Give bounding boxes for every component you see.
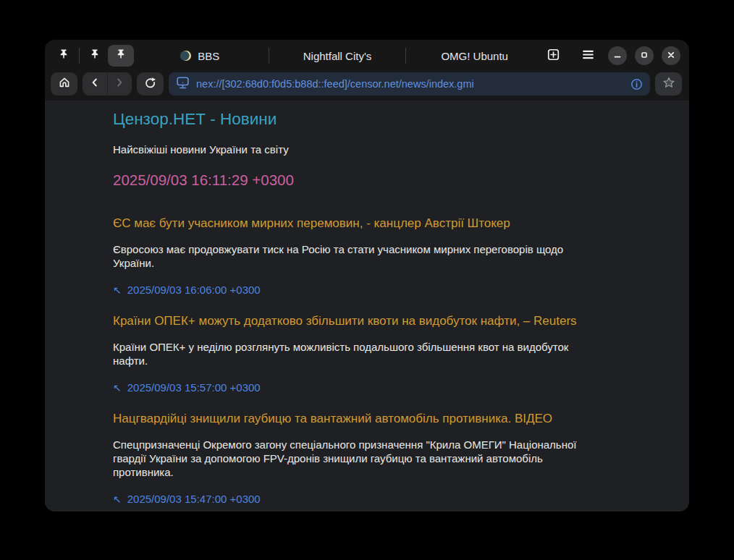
article-timestamp-link[interactable]: ↖ 2025/09/03 15:47:00 +0300	[113, 493, 624, 505]
article-summary: Спецпризначенці Окремого загону спеціаль…	[113, 438, 602, 479]
article-timestamp: 2025/09/03 16:06:00 +0300	[127, 284, 261, 296]
pushpin-icon	[115, 48, 127, 63]
back-button[interactable]	[83, 72, 107, 96]
reload-button[interactable]	[137, 72, 164, 96]
forward-button[interactable]	[107, 72, 132, 96]
url-bar[interactable]: nex://[302:68d0:f0d5:b88d::feed]/censor.…	[169, 72, 650, 96]
close-icon	[667, 49, 675, 62]
article-summary: Країни ОПЕК+ у неділю розглянуть можливі…	[113, 341, 602, 368]
page-title: Цензор.НЕТ - Новини	[113, 110, 624, 129]
tab-label: Nightfall City's	[303, 50, 372, 62]
news-article: ЄС має бути учасником мирних перемовин, …	[113, 216, 624, 296]
tab-label: OMG! Ubuntu	[441, 50, 508, 62]
navigation-bar: nex://[302:68d0:f0d5:b88d::feed]/censor.…	[45, 72, 689, 101]
link-arrow-icon: ↖	[113, 383, 122, 393]
tabbar-divider	[79, 48, 80, 64]
page-info-button[interactable]	[630, 78, 643, 90]
home-icon	[58, 76, 71, 92]
home-button[interactable]	[51, 72, 77, 96]
pushpin-icon	[58, 48, 69, 63]
url-text[interactable]: nex://[302:68d0:f0d5:b88d::feed]/censor.…	[196, 78, 624, 90]
article-timestamp: 2025/09/03 15:57:00 +0300	[127, 381, 261, 394]
reload-icon	[143, 76, 157, 93]
minimize-button[interactable]	[608, 46, 627, 65]
article-timestamp-link[interactable]: ↖ 2025/09/03 15:57:00 +0300	[113, 381, 624, 394]
terminal-icon	[176, 76, 190, 93]
tab-bbs[interactable]: BBS	[134, 40, 266, 72]
tabbar-divider	[269, 48, 269, 64]
maximize-button[interactable]	[635, 46, 654, 65]
new-tab-icon	[547, 48, 560, 64]
link-arrow-icon: ↖	[113, 285, 122, 295]
pinned-tab-3-active[interactable]	[108, 45, 134, 67]
article-summary: Євросоюз має продовжувати тиск на Росію …	[113, 243, 602, 270]
desktop-background: { "tabbar": { "pinned_tabs": [ { "icon":…	[0, 0, 734, 560]
star-icon	[662, 76, 675, 92]
tab-nightfall-citys[interactable]: Nightfall City's	[271, 40, 404, 72]
new-tab-button[interactable]	[541, 45, 565, 67]
browser-window: BBS Nightfall City's OMG! Ubuntu	[45, 40, 689, 512]
link-arrow-icon: ↖	[113, 494, 122, 504]
tab-strip: BBS Nightfall City's OMG! Ubuntu	[134, 40, 541, 72]
close-button[interactable]	[662, 46, 680, 65]
minimize-icon	[613, 49, 622, 62]
pinned-tab-1[interactable]	[51, 45, 77, 67]
menu-button[interactable]	[575, 45, 600, 67]
hamburger-menu-icon	[581, 48, 595, 64]
moon-icon	[180, 50, 192, 61]
news-article: Країни ОПЕК+ можуть додатково збільшити …	[113, 314, 624, 394]
history-nav-group	[83, 72, 132, 96]
feed-updated-heading: 2025/09/03 16:11:29 +0300	[113, 171, 624, 189]
chevron-left-icon	[89, 77, 101, 91]
page-content: Цензор.НЕТ - Новини Найсвіжіші новини Ук…	[45, 101, 689, 512]
article-timestamp-link[interactable]: ↖ 2025/09/03 16:06:00 +0300	[113, 284, 624, 296]
pushpin-icon	[89, 48, 101, 63]
tabbar-divider	[405, 48, 406, 64]
article-heading: ЄС має бути учасником мирних перемовин, …	[113, 216, 624, 231]
page-subtitle: Найсвіжіші новини України та світу	[113, 143, 624, 156]
pinned-tab-2[interactable]	[82, 45, 108, 67]
tab-label: BBS	[198, 50, 219, 62]
chevron-right-icon	[114, 77, 125, 91]
news-article: Нацгвардійці знищили гаубицю та вантажни…	[113, 412, 624, 505]
bookmark-button[interactable]	[655, 72, 682, 96]
article-heading: Країни ОПЕК+ можуть додатково збільшити …	[113, 314, 624, 328]
tab-omg-ubuntu[interactable]: OMG! Ubuntu	[408, 40, 541, 72]
article-timestamp: 2025/09/03 15:47:00 +0300	[127, 493, 261, 505]
tab-bar: BBS Nightfall City's OMG! Ubuntu	[45, 40, 689, 72]
article-heading: Нацгвардійці знищили гаубицю та вантажни…	[113, 412, 624, 426]
maximize-icon	[640, 49, 649, 62]
